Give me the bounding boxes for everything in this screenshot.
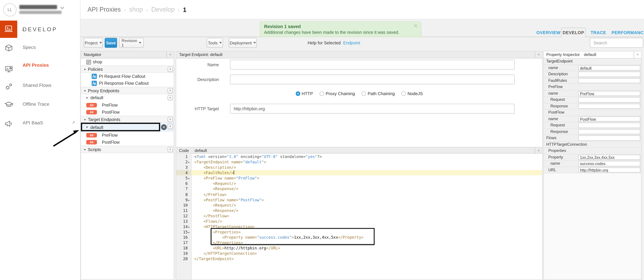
navigator-flow-preflow[interactable]: AllPreFlow xyxy=(81,132,174,139)
http-target-field[interactable] xyxy=(230,104,514,114)
revision-menu-button[interactable]: Revision 1 xyxy=(119,38,144,48)
inspector-value[interactable] xyxy=(578,78,640,83)
publish-package-icon[interactable] xyxy=(0,43,17,52)
inspector-value[interactable] xyxy=(578,129,640,134)
radio-nodejs[interactable]: NodeJS xyxy=(401,91,423,96)
navigator-policy-pi-request-flow-callout[interactable]: PI Request Flow Callout xyxy=(81,73,174,80)
code-line-7[interactable]: 7 <Response/> xyxy=(176,186,542,192)
code-line-12[interactable]: 12 </PostFlow> xyxy=(176,213,542,218)
navigator-section-proxy-endpoints[interactable]: ▾Proxy Endpoints+ xyxy=(81,87,174,94)
deployment-menu-button[interactable]: Deployment xyxy=(229,38,257,48)
sidebar-item-offline-trace[interactable]: Offline Trace xyxy=(23,100,78,108)
tab-trace[interactable]: TRACE xyxy=(591,28,606,37)
fold-toggle-icon[interactable]: ▾ xyxy=(188,224,190,230)
navigator-flow-preflow[interactable]: AllPreFlow xyxy=(81,102,174,109)
code-text: </HTTPTargetConnection> xyxy=(194,251,257,256)
code-line-9[interactable]: 9▾ <PostFlow name="PostFlow"> xyxy=(176,197,542,202)
add-icon[interactable]: + xyxy=(168,147,173,152)
inspector-value[interactable] xyxy=(578,97,640,102)
org-chevron-down-icon[interactable] xyxy=(60,6,64,10)
learn-graduation-cap-icon[interactable] xyxy=(0,100,17,109)
sidebar-item-api-proxies[interactable]: API Proxies xyxy=(23,61,78,69)
apigee-develop-page: LL API Proxies › shop › Develop › 1 xyxy=(0,0,644,280)
inspector-value[interactable]: PreFlow xyxy=(578,91,640,96)
code-line-20[interactable]: 20</TargetEndpoint> xyxy=(176,256,542,261)
caret-down-icon xyxy=(253,42,256,44)
collapse-up-icon[interactable]: « xyxy=(535,51,542,58)
sidebar-item-specs[interactable]: Specs xyxy=(23,43,78,51)
tab-develop[interactable]: DEVELOP xyxy=(561,28,586,37)
tab-overview[interactable]: OVERVIEW xyxy=(536,28,560,37)
code-line-8[interactable]: 8 </PreFlow> xyxy=(176,192,542,197)
code-line-3[interactable]: 3 <Description/> xyxy=(176,165,542,170)
inspector-label: Response xyxy=(550,103,568,109)
code-line-13[interactable]: 13 <Flows/> xyxy=(176,218,542,224)
develop-terminal-icon[interactable] xyxy=(0,21,17,38)
navigator-section-scripts[interactable]: ▾Scripts+ xyxy=(81,146,174,153)
inspector-value[interactable]: PostFlow xyxy=(578,116,640,121)
help-endpoint-link[interactable]: Endpoint xyxy=(343,40,360,45)
sidebar-item-shared-flows[interactable]: Shared Flows xyxy=(23,81,78,89)
inspector-value[interactable] xyxy=(578,103,640,109)
code-line-18[interactable]: 18 <URL>http://httpbin.org</URL> xyxy=(176,245,542,251)
add-icon[interactable]: + xyxy=(168,88,173,93)
add-icon[interactable]: + xyxy=(168,124,173,129)
navigator-section-target-endpoints[interactable]: ▾Target Endpoints+ xyxy=(81,116,174,123)
code-line-4[interactable]: 4 <FaultRules/> xyxy=(176,170,542,176)
name-field[interactable] xyxy=(230,60,514,70)
analyze-monitor-icon[interactable] xyxy=(0,65,17,74)
code-line-2[interactable]: 2▾<TargetEndpoint name="default"> xyxy=(176,159,542,165)
chevron-expanded-icon[interactable]: ▾ xyxy=(84,66,86,73)
inspector-value[interactable]: success.codes xyxy=(578,161,640,166)
fold-toggle-icon[interactable]: ▾ xyxy=(188,230,190,235)
code-line-5[interactable]: 5▾ <PreFlow name="PreFlow"> xyxy=(176,176,542,181)
navigator-proxy-shop[interactable]: shop xyxy=(81,59,174,66)
admin-gears-icon[interactable] xyxy=(0,82,17,91)
add-icon[interactable]: + xyxy=(168,67,173,72)
inspector-value[interactable] xyxy=(578,135,640,141)
project-menu-button[interactable]: Project xyxy=(84,38,103,48)
navigator-policy-pi-response-flow-callout[interactable]: PI Response Flow Callout xyxy=(81,80,174,87)
expand-right-icon[interactable]: » xyxy=(634,51,641,58)
tools-menu-button[interactable]: Tools xyxy=(206,38,223,48)
code-line-6[interactable]: 6 <Request/> xyxy=(176,181,542,186)
navigator-flow-postflow[interactable]: AllPostFlow xyxy=(81,109,174,116)
fold-toggle-icon[interactable]: ▾ xyxy=(188,160,190,165)
announcements-megaphone-icon[interactable] xyxy=(0,119,17,128)
chevron-expanded-icon[interactable]: ▾ xyxy=(84,116,86,123)
radio-http[interactable]: HTTP xyxy=(296,91,313,96)
inspector-value[interactable] xyxy=(578,123,640,128)
line-number: 9 xyxy=(176,197,188,202)
save-button[interactable]: Save xyxy=(105,38,117,48)
radio-path-chaining[interactable]: Path Chaining xyxy=(362,91,394,96)
fold-toggle-icon[interactable]: ▾ xyxy=(188,176,190,181)
radio-proxy-chaining[interactable]: Proxy Chaining xyxy=(320,91,355,96)
fold-toggle-icon[interactable]: ▾ xyxy=(188,198,190,203)
navigator-section-policies[interactable]: ▾Policies+ xyxy=(81,65,174,73)
close-icon[interactable]: ✕ xyxy=(414,23,418,29)
add-icon[interactable]: + xyxy=(168,117,173,122)
inspector-value[interactable]: http://httpbin.org xyxy=(578,167,640,173)
delete-endpoint-icon[interactable]: × xyxy=(161,124,167,130)
code-line-19[interactable]: 19 </HTTPTargetConnection> xyxy=(176,251,542,256)
search-input[interactable] xyxy=(590,38,643,48)
navigator-flow-postflow[interactable]: AllPostFlow xyxy=(81,139,174,146)
description-field[interactable] xyxy=(230,74,514,84)
inspector-property-response: Response xyxy=(544,103,641,109)
inspector-value[interactable]: default xyxy=(578,65,640,70)
code-line-10[interactable]: 10 <Request/> xyxy=(176,202,542,208)
chevron-expanded-icon[interactable]: ▾ xyxy=(86,94,88,101)
navigator-endpoint-default[interactable]: ▾default+ xyxy=(81,94,174,102)
collapse-down-icon[interactable]: » xyxy=(535,148,542,154)
tab-performance[interactable]: PERFORMANCE xyxy=(612,28,644,37)
chevron-expanded-icon[interactable]: ▾ xyxy=(84,87,86,94)
collapse-left-icon[interactable]: « xyxy=(166,51,174,58)
inspector-value[interactable] xyxy=(578,72,640,77)
breadcrumb-api-proxies[interactable]: API Proxies xyxy=(88,6,121,13)
code-line-11[interactable]: 11 <Response/> xyxy=(176,208,542,213)
avatar[interactable]: LL xyxy=(3,3,16,17)
code-line-1[interactable]: 1<?xml version="1.0" encoding="UTF-8" st… xyxy=(176,154,542,159)
inspector-value[interactable]: 1xx,2xx,3xx,4xx,5xx xyxy=(578,155,640,160)
add-icon[interactable]: + xyxy=(168,95,173,100)
xml-code-editor[interactable]: 1<?xml version="1.0" encoding="UTF-8" st… xyxy=(176,154,542,279)
